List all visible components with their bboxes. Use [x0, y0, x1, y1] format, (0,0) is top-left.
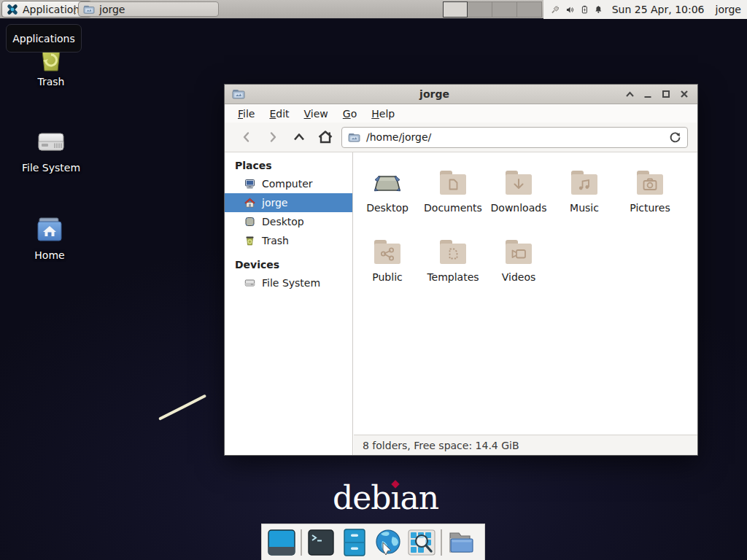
- menu-file[interactable]: File: [231, 106, 262, 121]
- dock-file-manager-button[interactable]: [338, 526, 371, 559]
- dock-separator: [441, 529, 442, 556]
- menu-help[interactable]: Help: [364, 106, 402, 121]
- path-folder-icon: [348, 132, 360, 143]
- volume-icon[interactable]: [566, 4, 575, 16]
- workspace-switcher: [443, 1, 542, 18]
- side-pane: Places Computer jorge: [225, 152, 353, 455]
- sidebar-header-places: Places: [225, 157, 352, 174]
- folder-templates-icon: [436, 235, 471, 270]
- path-bar[interactable]: /home/jorge/: [341, 127, 688, 148]
- taskbar-window-button[interactable]: jorge: [78, 1, 219, 17]
- web-browser-globe-icon: [374, 528, 403, 557]
- workspace-2[interactable]: [468, 1, 492, 18]
- desktop-icon-home[interactable]: Home: [12, 211, 88, 261]
- sidebar-item-label: Computer: [262, 178, 313, 190]
- shade-button[interactable]: [624, 88, 635, 100]
- reload-icon[interactable]: [669, 131, 681, 144]
- file-cabinet-icon: [342, 528, 367, 557]
- maximize-button[interactable]: [660, 88, 672, 100]
- sidebar-item-label: Desktop: [262, 216, 304, 228]
- toolbar: /home/jorge/: [225, 122, 697, 152]
- dock-web-browser-button[interactable]: [371, 526, 405, 559]
- dock: [261, 524, 485, 560]
- file-manager-window: jorge File Edit View Go Help: [224, 84, 698, 456]
- system-tray: Sun 25 Apr, 10:06 jorge: [543, 0, 747, 19]
- file-item-label: Public: [355, 271, 420, 283]
- notifications-bell-icon[interactable]: [595, 3, 603, 16]
- panel-drag-handle: [74, 4, 76, 15]
- close-button[interactable]: [678, 88, 690, 100]
- task-folder-icon: [83, 4, 95, 15]
- file-item-label: Pictures: [617, 202, 683, 214]
- menu-edit[interactable]: Edit: [262, 106, 296, 121]
- desktop-item-icon: [370, 166, 405, 201]
- workspace-4[interactable]: [517, 1, 542, 18]
- forward-button[interactable]: [260, 127, 286, 147]
- sidebar-item-jorge[interactable]: jorge: [225, 193, 352, 212]
- desktop-icon-label: Home: [12, 249, 88, 261]
- terminal-icon: [307, 529, 335, 556]
- panel-username: jorge: [716, 4, 741, 15]
- sidebar-item-computer[interactable]: Computer: [225, 174, 352, 193]
- file-view: Desktop Documents Downloads: [354, 152, 697, 435]
- trash-icon: [244, 235, 256, 246]
- file-item-desktop[interactable]: Desktop: [355, 163, 420, 232]
- network-icon[interactable]: [551, 3, 560, 17]
- workspace-1[interactable]: [443, 1, 468, 18]
- debian-logo: debıan: [333, 479, 438, 516]
- desktop-icon-file-system[interactable]: File System: [13, 124, 89, 174]
- file-item-label: Downloads: [486, 202, 551, 214]
- file-item-documents[interactable]: Documents: [420, 163, 486, 232]
- desktop-icon: [244, 216, 256, 228]
- folder-music-icon: [567, 166, 602, 201]
- desktop-icon-label: File System: [13, 162, 89, 174]
- file-item-label: Documents: [420, 202, 486, 214]
- workspace-3[interactable]: [492, 1, 517, 18]
- file-item-label: Templates: [420, 271, 486, 283]
- folder-downloads-icon: [501, 166, 536, 201]
- window-titlebar[interactable]: jorge: [225, 85, 697, 104]
- taskbar-window-label: jorge: [99, 4, 125, 15]
- home-button[interactable]: [312, 127, 338, 147]
- file-item-pictures[interactable]: Pictures: [617, 163, 683, 232]
- sidebar-item-desktop[interactable]: Desktop: [225, 212, 352, 231]
- sidebar-item-label: Trash: [262, 235, 289, 246]
- sidebar-item-trash[interactable]: Trash: [225, 231, 352, 250]
- folder-pictures-icon: [632, 166, 667, 201]
- menu-go[interactable]: Go: [336, 106, 364, 121]
- sidebar-header-devices: Devices: [225, 256, 352, 273]
- file-item-templates[interactable]: Templates: [420, 232, 486, 301]
- show-desktop-icon: [267, 529, 296, 556]
- top-panel: Applications jorge: [0, 0, 747, 19]
- menu-bar: File Edit View Go Help: [225, 104, 697, 122]
- file-item-label: Videos: [486, 271, 551, 283]
- file-item-label: Desktop: [355, 202, 420, 214]
- up-button[interactable]: [286, 127, 312, 147]
- minimize-button[interactable]: [642, 88, 654, 100]
- status-text: 8 folders, Free space: 14.4 GiB: [363, 440, 519, 451]
- sidebar-item-label: File System: [262, 277, 320, 289]
- dock-show-desktop-button[interactable]: [265, 526, 298, 559]
- dock-terminal-button[interactable]: [304, 526, 338, 559]
- file-item-downloads[interactable]: Downloads: [486, 163, 551, 232]
- window-folder-icon: [232, 88, 245, 100]
- tooltip: Applications: [6, 24, 82, 52]
- back-button[interactable]: [233, 127, 260, 147]
- xfce-applications-icon: [6, 3, 19, 16]
- path-text: /home/jorge/: [366, 131, 663, 143]
- window-body: Places Computer jorge: [225, 152, 697, 455]
- dock-application-finder-button[interactable]: [405, 526, 438, 559]
- tooltip-text: Applications: [12, 33, 75, 44]
- file-item-videos[interactable]: Videos: [486, 232, 551, 301]
- desktop-icon-label: Trash: [13, 76, 89, 88]
- sidebar-item-file-system[interactable]: File System: [225, 273, 352, 292]
- home-folder-icon: [32, 211, 67, 246]
- dock-directory-menu-button[interactable]: [444, 526, 478, 559]
- window-title: jorge: [245, 88, 624, 100]
- panel-clock[interactable]: Sun 25 Apr, 10:06: [612, 4, 705, 15]
- computer-icon: [244, 178, 256, 190]
- file-item-music[interactable]: Music: [551, 163, 617, 232]
- battery-icon[interactable]: [581, 3, 588, 16]
- file-item-public[interactable]: Public: [355, 232, 420, 301]
- menu-view[interactable]: View: [297, 106, 336, 121]
